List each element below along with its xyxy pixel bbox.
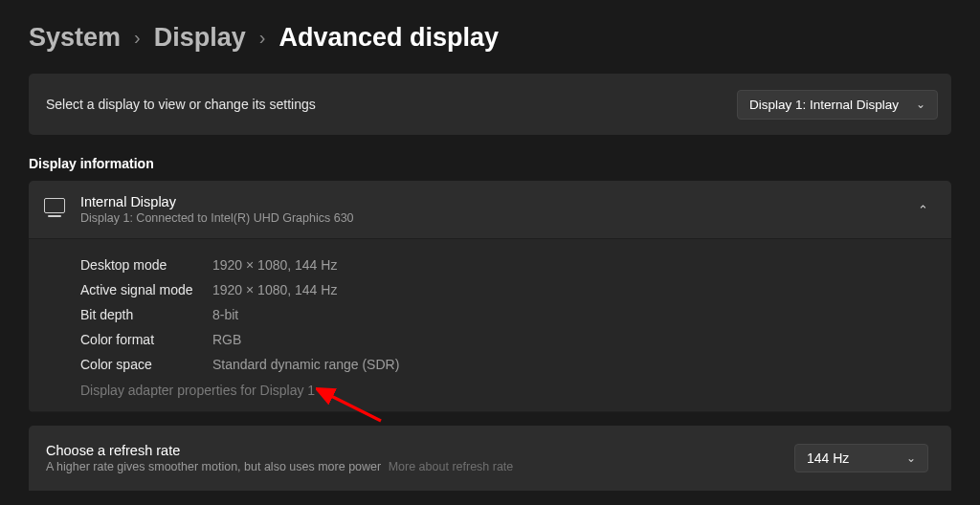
detail-row: Active signal mode 1920 × 1080, 144 Hz (80, 277, 928, 302)
detail-label: Color space (80, 357, 212, 372)
chevron-right-icon: › (134, 27, 141, 49)
display-name: Internal Display (80, 194, 902, 209)
detail-row: Desktop mode 1920 × 1080, 144 Hz (80, 252, 928, 277)
detail-value: Standard dynamic range (SDR) (212, 357, 399, 372)
display-info-titles: Internal Display Display 1: Connected to… (80, 194, 902, 225)
more-about-refresh-rate-link[interactable]: More about refresh rate (389, 460, 514, 473)
display-information-heading: Display information (29, 156, 980, 171)
refresh-rate-subtitle: A higher rate gives smoother motion, but… (46, 460, 513, 473)
breadcrumb-display[interactable]: Display (154, 23, 246, 53)
refresh-rate-dropdown[interactable]: 144 Hz ⌄ (794, 444, 928, 472)
refresh-rate-title: Choose a refresh rate (46, 443, 513, 458)
refresh-rate-value: 144 Hz (807, 450, 849, 466)
display-selector-dropdown[interactable]: Display 1: Internal Display ⌄ (737, 90, 938, 120)
refresh-rate-texts: Choose a refresh rate A higher rate give… (46, 443, 513, 473)
refresh-rate-subtext: A higher rate gives smoother motion, but… (46, 460, 381, 473)
select-display-card: Select a display to view or change its s… (29, 74, 951, 135)
chevron-right-icon: › (259, 27, 266, 49)
detail-value: 1920 × 1080, 144 Hz (212, 257, 337, 273)
chevron-down-icon: ⌄ (906, 451, 916, 465)
detail-row: Color space Standard dynamic range (SDR) (80, 352, 928, 377)
display-adapter-properties-link[interactable]: Display adapter properties for Display 1 (80, 377, 315, 402)
detail-value: RGB (212, 332, 241, 347)
breadcrumb-system[interactable]: System (29, 23, 121, 53)
display-details-panel: Desktop mode 1920 × 1080, 144 Hz Active … (29, 239, 951, 412)
refresh-rate-card: Choose a refresh rate A higher rate give… (29, 426, 951, 491)
detail-label: Bit depth (80, 307, 212, 322)
detail-row: Color format RGB (80, 327, 928, 352)
display-info-expander-header[interactable]: Internal Display Display 1: Connected to… (29, 181, 951, 239)
detail-label: Desktop mode (80, 257, 212, 273)
breadcrumb-advanced-display: Advanced display (278, 23, 499, 53)
select-display-label: Select a display to view or change its s… (46, 97, 316, 112)
detail-row: Bit depth 8-bit (80, 302, 928, 327)
monitor-icon (44, 198, 65, 213)
detail-value: 1920 × 1080, 144 Hz (212, 282, 337, 297)
display-info-expander: Internal Display Display 1: Connected to… (29, 181, 951, 412)
chevron-up-icon: ⌃ (918, 203, 928, 217)
detail-label: Active signal mode (80, 282, 212, 297)
display-connection-info: Display 1: Connected to Intel(R) UHD Gra… (80, 211, 902, 225)
detail-value: 8-bit (212, 307, 238, 322)
detail-label: Color format (80, 332, 212, 347)
chevron-down-icon: ⌄ (916, 98, 925, 111)
display-selector-value: Display 1: Internal Display (749, 98, 899, 112)
breadcrumb: System › Display › Advanced display (0, 0, 980, 74)
